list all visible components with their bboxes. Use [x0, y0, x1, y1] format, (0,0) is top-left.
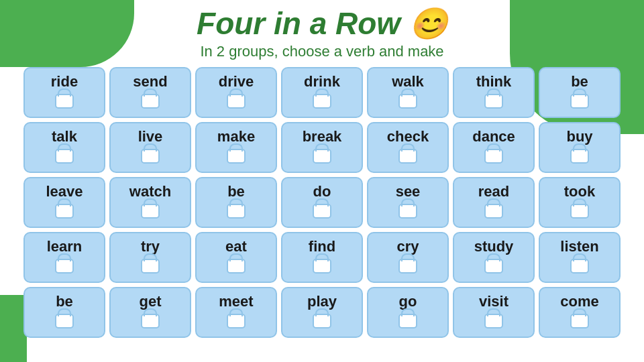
verb-card-0-4[interactable]: walk	[367, 67, 449, 118]
verb-card-3-0[interactable]: learn	[23, 232, 105, 283]
verb-card-1-5[interactable]: dance	[453, 122, 535, 173]
verb-label: live	[138, 129, 163, 145]
verb-card-1-4[interactable]: check	[367, 122, 449, 173]
verb-card-3-1[interactable]: try	[109, 232, 191, 283]
verb-card-3-2[interactable]: eat	[195, 232, 277, 283]
verb-label: watch	[129, 184, 171, 200]
verb-label: drink	[304, 74, 340, 90]
verb-card-4-1[interactable]: get	[109, 287, 191, 338]
verb-checkbox[interactable]	[227, 149, 246, 164]
verb-card-0-6[interactable]: be	[539, 67, 621, 118]
verb-checkbox[interactable]	[313, 94, 331, 109]
page-title: Four in a Row 😊	[0, 5, 644, 42]
verb-card-3-6[interactable]: listen	[539, 232, 621, 283]
verb-label: think	[476, 74, 512, 90]
verb-card-2-2[interactable]: be	[195, 177, 277, 228]
verb-card-2-5[interactable]: read	[453, 177, 535, 228]
verb-card-2-1[interactable]: watch	[109, 177, 191, 228]
page-subtitle: In 2 groups, choose a verb and make	[0, 43, 644, 60]
verb-card-2-4[interactable]: see	[367, 177, 449, 228]
grid-row-2: leavewatchbedoseereadtook	[7, 177, 637, 228]
verb-checkbox[interactable]	[570, 314, 589, 328]
verb-checkbox[interactable]	[484, 259, 503, 274]
verb-label: walk	[392, 74, 424, 90]
verb-checkbox[interactable]	[484, 149, 503, 164]
verb-card-4-3[interactable]: play	[281, 287, 363, 338]
verb-checkbox[interactable]	[55, 149, 74, 164]
header: Four in a Row 😊 In 2 groups, choose a ve…	[0, 5, 644, 60]
verb-card-4-4[interactable]: go	[367, 287, 449, 338]
verb-checkbox[interactable]	[398, 259, 417, 274]
verb-label: be	[227, 184, 245, 200]
verb-label: be	[571, 74, 588, 90]
verb-checkbox[interactable]	[55, 94, 74, 109]
verb-card-2-0[interactable]: leave	[23, 177, 105, 228]
verb-label: read	[478, 184, 509, 200]
verb-checkbox[interactable]	[570, 259, 589, 274]
verb-label: check	[387, 129, 429, 145]
verb-grid: ridesenddrivedrinkwalkthinkbetalklivemak…	[7, 67, 637, 342]
verb-card-0-0[interactable]: ride	[23, 67, 105, 118]
verb-checkbox[interactable]	[55, 204, 74, 219]
verb-card-4-6[interactable]: come	[539, 287, 621, 338]
verb-checkbox[interactable]	[227, 204, 246, 219]
verb-card-2-3[interactable]: do	[281, 177, 363, 228]
verb-checkbox[interactable]	[484, 204, 503, 219]
verb-checkbox[interactable]	[141, 314, 160, 328]
verb-checkbox[interactable]	[398, 149, 417, 164]
verb-label: drive	[219, 74, 254, 90]
verb-label: visit	[479, 294, 508, 310]
verb-checkbox[interactable]	[313, 314, 331, 328]
verb-label: eat	[225, 239, 247, 255]
verb-checkbox[interactable]	[141, 94, 160, 109]
verb-checkbox[interactable]	[227, 94, 246, 109]
verb-checkbox[interactable]	[55, 314, 74, 328]
verb-checkbox[interactable]	[141, 259, 160, 274]
verb-card-3-4[interactable]: cry	[367, 232, 449, 283]
verb-card-0-1[interactable]: send	[109, 67, 191, 118]
verb-label: find	[309, 239, 335, 255]
verb-label: send	[133, 74, 167, 90]
verb-checkbox[interactable]	[313, 204, 331, 219]
verb-checkbox[interactable]	[570, 94, 589, 109]
verb-card-4-5[interactable]: visit	[453, 287, 535, 338]
verb-card-0-2[interactable]: drive	[195, 67, 277, 118]
verb-card-1-3[interactable]: break	[281, 122, 363, 173]
verb-checkbox[interactable]	[570, 204, 589, 219]
verb-label: meet	[219, 294, 253, 310]
verb-card-1-2[interactable]: make	[195, 122, 277, 173]
verb-checkbox[interactable]	[398, 204, 417, 219]
verb-checkbox[interactable]	[55, 259, 74, 274]
verb-card-1-6[interactable]: buy	[539, 122, 621, 173]
verb-checkbox[interactable]	[398, 94, 417, 109]
verb-label: leave	[46, 184, 83, 200]
verb-checkbox[interactable]	[313, 259, 331, 274]
verb-checkbox[interactable]	[484, 94, 503, 109]
verb-card-1-0[interactable]: talk	[23, 122, 105, 173]
verb-label: do	[313, 184, 331, 200]
verb-card-4-0[interactable]: be	[23, 287, 105, 338]
verb-label: try	[141, 239, 160, 255]
verb-card-4-2[interactable]: meet	[195, 287, 277, 338]
verb-checkbox[interactable]	[227, 259, 246, 274]
verb-label: make	[217, 129, 255, 145]
verb-label: talk	[52, 129, 77, 145]
verb-card-2-6[interactable]: took	[539, 177, 621, 228]
verb-label: dance	[472, 129, 515, 145]
verb-checkbox[interactable]	[227, 314, 246, 328]
verb-label: took	[564, 184, 595, 200]
verb-card-0-3[interactable]: drink	[281, 67, 363, 118]
verb-checkbox[interactable]	[313, 149, 331, 164]
verb-card-3-3[interactable]: find	[281, 232, 363, 283]
verb-checkbox[interactable]	[141, 149, 160, 164]
verb-card-0-5[interactable]: think	[453, 67, 535, 118]
verb-checkbox[interactable]	[398, 314, 417, 328]
verb-checkbox[interactable]	[484, 314, 503, 328]
verb-card-1-1[interactable]: live	[109, 122, 191, 173]
verb-checkbox[interactable]	[570, 149, 589, 164]
verb-checkbox[interactable]	[141, 204, 160, 219]
verb-label: ride	[51, 74, 78, 90]
verb-card-3-5[interactable]: study	[453, 232, 535, 283]
verb-label: break	[303, 129, 342, 145]
verb-label: buy	[566, 129, 592, 145]
